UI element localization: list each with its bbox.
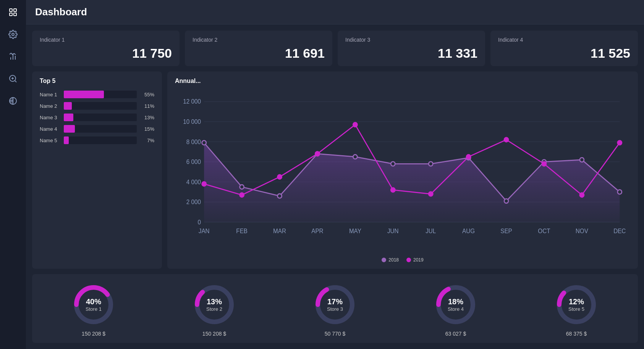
page-header: Dashboard	[26, 0, 644, 24]
svg-point-54	[278, 175, 282, 179]
donut-center: 13% Store 2	[206, 297, 222, 312]
indicator-value: 11 331	[345, 46, 477, 61]
donut-name: Store 5	[568, 306, 584, 312]
store-item: 13% Store 2 150 208 $	[157, 282, 272, 337]
bar-track	[64, 125, 137, 133]
bar-label: Name 5	[40, 138, 61, 143]
svg-point-59	[466, 154, 471, 159]
indicator-value: 11 525	[498, 46, 630, 61]
indicator-card: Indicator 2 11 691	[185, 31, 332, 66]
indicator-value: 11 691	[193, 46, 325, 61]
top5-card: Top 5 Name 1 55% Name 2 11% Name 3 13% N…	[32, 71, 162, 269]
store-amount: 63 027 $	[445, 331, 466, 337]
middle-row: Top 5 Name 1 55% Name 2 11% Name 3 13% N…	[32, 71, 638, 269]
store-amount: 150 208 $	[82, 331, 105, 337]
indicator-label: Indicator 2	[193, 37, 325, 43]
page-title: Dashboard	[35, 6, 635, 18]
bar-row: Name 5 7%	[40, 136, 154, 144]
top5-title: Top 5	[40, 78, 154, 84]
svg-point-60	[504, 138, 508, 142]
svg-text:APR: APR	[311, 227, 323, 234]
donut-pct: 13%	[206, 297, 222, 306]
donut-center: 40% Store 1	[86, 297, 102, 312]
svg-rect-1	[14, 9, 16, 11]
donut-container: 40% Store 1	[71, 282, 117, 328]
bar-label: Name 2	[40, 103, 61, 109]
chart-wrapper: 02 0004 0006 0008 00010 00012 000 JANFEB…	[175, 91, 630, 255]
svg-text:MAR: MAR	[273, 227, 286, 234]
legend-item: 2018	[382, 257, 399, 263]
bar-row: Name 1 55%	[40, 91, 154, 98]
bar-row: Name 2 11%	[40, 102, 154, 110]
bar-fill	[64, 102, 72, 110]
legend-dot	[382, 258, 386, 262]
store-amount: 50 770 $	[325, 331, 346, 337]
svg-point-42	[278, 194, 282, 198]
donut-center: 17% Store 3	[327, 297, 343, 312]
indicator-label: Indicator 4	[498, 37, 630, 43]
svg-point-51	[618, 190, 622, 194]
donut-pct: 40%	[86, 297, 102, 306]
bar-fill	[64, 91, 104, 98]
svg-line-9	[15, 81, 16, 82]
donut-name: Store 4	[448, 306, 464, 312]
sidebar-theme-icon[interactable]	[6, 94, 20, 108]
svg-point-52	[202, 182, 206, 186]
bar-track	[64, 114, 137, 121]
sidebar-logo[interactable]	[6, 5, 20, 19]
bar-pct: 11%	[140, 103, 154, 109]
svg-point-41	[240, 185, 244, 189]
donut-pct: 12%	[568, 297, 584, 306]
svg-text:NOV: NOV	[576, 227, 589, 234]
donut-container: 12% Store 5	[553, 282, 599, 328]
indicator-value: 11 750	[40, 46, 172, 61]
sidebar-analytics-icon[interactable]	[6, 50, 20, 63]
svg-text:10 000: 10 000	[183, 118, 201, 125]
svg-rect-2	[10, 13, 12, 16]
bar-row: Name 3 13%	[40, 114, 154, 121]
indicators-row: Indicator 1 11 750 Indicator 2 11 691 In…	[32, 31, 638, 66]
svg-text:FEB: FEB	[236, 227, 248, 234]
svg-text:OCT: OCT	[538, 227, 550, 234]
donut-name: Store 3	[327, 306, 343, 312]
bar-label: Name 4	[40, 126, 61, 132]
indicator-card: Indicator 1 11 750	[32, 31, 180, 66]
svg-text:JUL: JUL	[426, 227, 436, 234]
store-amount: 150 208 $	[202, 331, 226, 337]
donut-pct: 18%	[448, 297, 464, 306]
legend-label: 2018	[388, 257, 399, 263]
legend-label: 2019	[413, 257, 424, 263]
svg-text:2 000: 2 000	[186, 199, 201, 205]
svg-text:SEP: SEP	[500, 227, 512, 234]
svg-text:0: 0	[197, 219, 201, 226]
sidebar-search-icon[interactable]	[6, 72, 20, 86]
svg-text:6 000: 6 000	[186, 159, 201, 165]
svg-text:JUN: JUN	[387, 227, 399, 234]
store-item: 17% Store 3 50 770 $	[277, 282, 393, 337]
top5-bars: Name 1 55% Name 2 11% Name 3 13% Name 4 …	[40, 91, 154, 148]
donut-container: 17% Store 3	[312, 282, 358, 328]
bar-fill	[64, 114, 73, 121]
bar-fill	[64, 136, 69, 144]
svg-point-58	[429, 192, 433, 196]
legend-item: 2019	[406, 257, 424, 263]
bar-track	[64, 102, 137, 110]
donut-name: Store 2	[206, 306, 222, 312]
svg-point-61	[542, 162, 546, 166]
annual-chart-title: Annual...	[175, 78, 630, 84]
donut-center: 12% Store 5	[568, 297, 584, 312]
indicator-label: Indicator 1	[40, 37, 172, 43]
indicator-label: Indicator 3	[345, 37, 477, 43]
annual-chart-card: Annual... 02 0004 0006 0008 00010 00012 …	[167, 71, 638, 269]
bar-fill	[64, 125, 75, 133]
svg-text:JAN: JAN	[199, 227, 210, 234]
svg-text:4 000: 4 000	[186, 179, 201, 185]
indicator-card: Indicator 4 11 525	[490, 31, 638, 66]
donut-pct: 17%	[327, 297, 343, 306]
store-item: 40% Store 1 150 208 $	[36, 282, 151, 337]
svg-point-44	[353, 154, 357, 159]
sidebar-settings-icon[interactable]	[6, 28, 20, 41]
store-amount: 68 375 $	[566, 331, 587, 337]
svg-text:AUG: AUG	[462, 227, 475, 234]
main-content: Dashboard Indicator 1 11 750 Indicator 2…	[26, 0, 644, 349]
